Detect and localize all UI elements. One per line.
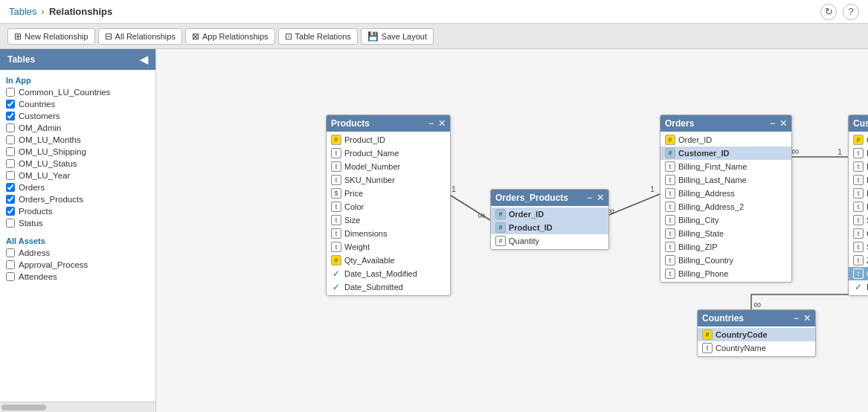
field-name: Color <box>344 202 364 211</box>
sidebar-check-address[interactable] <box>6 248 15 257</box>
field-name: Order_ID <box>678 135 712 144</box>
sidebar-check-om-lu-status[interactable] <box>6 159 15 168</box>
sidebar-check-om-admin[interactable] <box>6 123 15 132</box>
breadcrumb-tables-link[interactable]: Tables <box>9 6 37 17</box>
table-row: # Product_ID <box>491 221 608 234</box>
sidebar-item-om-lu-months[interactable]: OM_LU_Months <box>0 134 155 146</box>
sidebar-item-attendees[interactable]: Attendees <box>0 271 155 283</box>
field-icon: t <box>331 202 341 212</box>
table-row: # Order_ID <box>660 133 791 147</box>
sidebar-check-om-lu-months[interactable] <box>6 135 15 144</box>
sidebar-toggle[interactable]: ◀ <box>140 54 148 65</box>
table-products-close[interactable]: ✕ <box>438 118 446 129</box>
sidebar-item-products[interactable]: Products <box>0 205 155 217</box>
sidebar-label-om-lu-status: OM_LU_Status <box>19 159 77 168</box>
field-name: Weight <box>344 242 370 251</box>
table-orders[interactable]: Orders − ✕ # Order_ID # Customer_ID t Bi… <box>660 115 792 283</box>
table-orders-products[interactable]: Orders_Products − ✕ # Order_ID # Product… <box>490 189 609 250</box>
table-row: t Billing_City <box>660 213 791 227</box>
field-name: Billing_Country <box>678 256 733 265</box>
table-countries-header[interactable]: Countries − ✕ <box>698 310 815 326</box>
table-products-header[interactable]: Products − ✕ <box>327 115 450 132</box>
field-name: Product_ID <box>509 223 553 232</box>
connector-label-1b: 1 <box>650 184 655 193</box>
sidebar-check-common-lu-countries[interactable] <box>6 88 15 97</box>
table-row: # Customer_ID <box>660 147 791 160</box>
table-countries-close[interactable]: ✕ <box>803 313 811 324</box>
sidebar-check-approval-process[interactable] <box>6 260 15 269</box>
all-relationships-button[interactable]: ⊟ All Relationships <box>98 28 182 45</box>
sidebar-check-om-lu-shipping[interactable] <box>6 147 15 156</box>
sidebar-check-status[interactable] <box>6 219 15 228</box>
table-row: # Customer_ID <box>849 133 868 147</box>
table-row: t Phone <box>849 200 868 213</box>
refresh-icon[interactable]: ↻ <box>820 4 837 20</box>
table-orders-header[interactable]: Orders − ✕ <box>660 115 791 132</box>
table-relations-icon: ⊡ <box>285 31 292 42</box>
sidebar-item-orders[interactable]: Orders <box>0 181 155 193</box>
sidebar-check-orders-products[interactable] <box>6 195 15 204</box>
sidebar-item-status[interactable]: Status <box>0 217 155 229</box>
field-icon: # <box>495 236 506 246</box>
table-countries[interactable]: Countries − ✕ # CountryCode t CountryNam… <box>697 309 816 357</box>
table-row-country[interactable]: t Country <box>849 267 868 280</box>
all-relationships-label: All Relationships <box>115 32 176 41</box>
sidebar-item-countries[interactable]: Countries <box>0 98 155 110</box>
sidebar-check-orders[interactable] <box>6 183 15 192</box>
field-icon: t <box>665 161 675 172</box>
field-name: Size <box>344 216 360 225</box>
main-layout: Tables ◀ In App Common_LU_Countries Coun… <box>0 49 868 412</box>
sidebar-item-address[interactable]: Address <box>0 247 155 259</box>
sidebar-item-om-lu-status[interactable]: OM_LU_Status <box>0 158 155 170</box>
table-row: ✓ DateJoined <box>849 280 868 294</box>
sidebar-check-customers[interactable] <box>6 112 15 120</box>
app-relationships-icon: ⊠ <box>192 31 199 42</box>
field-name: Dimensions <box>344 229 387 238</box>
table-countries-minimize[interactable]: − <box>794 313 799 324</box>
new-relationship-label: New Relationship <box>25 32 89 41</box>
field-icon: t <box>853 268 864 279</box>
save-layout-label: Save Layout <box>382 32 427 41</box>
table-orders-actions: − ✕ <box>770 118 787 129</box>
sidebar-check-countries[interactable] <box>6 100 15 109</box>
table-row: # Qty_Available <box>327 254 450 267</box>
sidebar-item-om-lu-year[interactable]: OM_LU_Year <box>0 170 155 181</box>
sidebar-check-om-lu-year[interactable] <box>6 171 15 180</box>
table-row: t City <box>849 227 868 240</box>
table-orders-products-header[interactable]: Orders_Products − ✕ <box>491 190 608 206</box>
table-customers[interactable]: Customers − ✕ # Customer_ID t FirstName … <box>848 115 868 296</box>
new-relationship-icon: ⊞ <box>14 31 22 42</box>
sidebar-item-orders-products[interactable]: Orders_Products <box>0 193 155 205</box>
table-orders-products-minimize[interactable]: − <box>587 193 592 203</box>
table-row: t Weight <box>327 240 450 254</box>
table-orders-minimize[interactable]: − <box>770 118 775 129</box>
table-products[interactable]: Products − ✕ # Product_ID t Product_Name… <box>326 115 451 296</box>
new-relationship-button[interactable]: ⊞ New Relationship <box>7 28 95 45</box>
sidebar-item-approval-process[interactable]: Approval_Process <box>0 259 155 271</box>
table-row: t Email <box>849 187 868 200</box>
table-products-minimize[interactable]: − <box>428 118 434 129</box>
sidebar-scrollbar[interactable] <box>0 402 155 412</box>
sidebar-check-products[interactable] <box>6 207 15 216</box>
sidebar-check-attendees[interactable] <box>6 272 15 281</box>
field-name: Date_Submitted <box>344 283 403 292</box>
field-name: Billing_State <box>678 229 724 238</box>
connector-op-to-orders <box>605 194 660 216</box>
pk-icon: # <box>331 135 341 145</box>
help-icon[interactable]: ? <box>843 4 859 20</box>
sidebar-label-orders: Orders <box>19 183 45 192</box>
save-layout-button[interactable]: 💾 Save Layout <box>361 28 434 45</box>
table-orders-close[interactable]: ✕ <box>779 118 787 129</box>
connector-label-1a: 1 <box>451 184 456 193</box>
field-icon: t <box>665 268 675 279</box>
sidebar-item-common-lu-countries[interactable]: Common_LU_Countries <box>0 86 155 98</box>
app-relationships-button[interactable]: ⊠ App Relationships <box>185 28 275 45</box>
sidebar-item-om-lu-shipping[interactable]: OM_LU_Shipping <box>0 146 155 158</box>
sidebar-item-om-admin[interactable]: OM_Admin <box>0 122 155 134</box>
table-customers-header[interactable]: Customers − ✕ <box>849 115 868 132</box>
table-relations-button[interactable]: ⊡ Table Relations <box>278 28 358 45</box>
sidebar-item-customers[interactable]: Customers <box>0 110 155 122</box>
table-orders-products-close[interactable]: ✕ <box>597 193 604 203</box>
table-row: t State <box>849 240 868 254</box>
field-icon: $ <box>331 188 341 199</box>
